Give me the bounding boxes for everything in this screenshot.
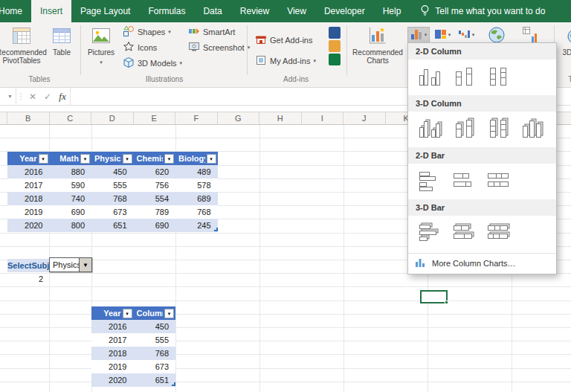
cell[interactable]: 2020 <box>7 219 50 232</box>
cell[interactable]: 555 <box>91 179 134 192</box>
combobox-dropdown-button[interactable]: ▼ <box>79 258 91 271</box>
screenshot-button[interactable]: Screenshot ▾ <box>186 40 252 55</box>
chart-type-stacked-100-column-3d-icon[interactable] <box>484 117 512 141</box>
cell[interactable]: 555 <box>134 333 176 347</box>
name-box[interactable]: ▼ <box>0 88 16 105</box>
column-header-D[interactable]: D <box>91 112 134 124</box>
cell[interactable]: 690 <box>50 205 92 219</box>
insert-waterfall-chart-button[interactable]: ▾ <box>455 27 477 43</box>
insert-function-button[interactable]: fx <box>55 88 70 105</box>
filter-button[interactable]: ▾ <box>123 309 132 318</box>
column-header-F[interactable]: F <box>175 112 218 124</box>
cell[interactable]: 800 <box>50 219 92 232</box>
cell[interactable]: 2018 <box>7 192 50 205</box>
fill-handle[interactable] <box>445 301 448 304</box>
column-header-G[interactable]: G <box>218 112 260 124</box>
cell[interactable]: 245 <box>175 219 218 232</box>
chart-type-clustered-column-icon[interactable] <box>416 65 444 89</box>
column-header-B[interactable]: B <box>7 112 50 124</box>
cell[interactable]: 651 <box>134 373 176 387</box>
cell[interactable]: 2019 <box>91 360 134 373</box>
chart-type-stacked-bar-icon[interactable] <box>450 169 478 193</box>
column-header-H[interactable]: H <box>259 112 302 124</box>
cell[interactable]: 756 <box>134 179 176 192</box>
icons-button[interactable]: Icons <box>120 40 159 55</box>
recent-addin-icon[interactable] <box>329 40 341 52</box>
enter-button[interactable]: ✓ <box>40 88 55 105</box>
shapes-button[interactable]: Shapes ▾ <box>120 25 173 39</box>
tab-developer[interactable]: Developer <box>315 0 374 22</box>
tab-data[interactable]: Data <box>194 0 230 22</box>
cell[interactable]: 690 <box>134 219 176 232</box>
get-addins-button[interactable]: Get Add-ins <box>253 33 314 48</box>
subject-combobox[interactable]: Physics ▼ <box>49 257 92 272</box>
cell[interactable]: 651 <box>91 219 134 232</box>
pictures-button[interactable]: Pictures ▾ <box>83 24 119 74</box>
insert-column-chart-button[interactable]: ▾ <box>407 27 430 43</box>
cell[interactable]: 740 <box>50 192 92 205</box>
cell[interactable]: 673 <box>134 360 176 373</box>
index-value-cell[interactable]: 2 <box>7 272 50 286</box>
filter-button[interactable]: ▾ <box>80 154 90 164</box>
chart-type-stacked-bar-3d-icon[interactable] <box>450 221 478 245</box>
cell[interactable]: 789 <box>134 205 176 219</box>
filter-button[interactable]: ▾ <box>164 309 174 318</box>
cell[interactable]: 2019 <box>7 205 50 219</box>
cell[interactable]: 768 <box>175 205 218 219</box>
column-header-I[interactable]: I <box>302 112 344 124</box>
tab-page-layout[interactable]: Page Layout <box>71 0 139 22</box>
cell[interactable]: 2018 <box>91 347 134 360</box>
recommended-charts-button[interactable]: Recommended Charts <box>349 24 406 74</box>
chart-type-clustered-bar-icon[interactable] <box>416 169 444 193</box>
chart-type-stacked-100-column-icon[interactable] <box>484 65 512 89</box>
cell[interactable]: 2016 <box>7 165 50 179</box>
insert-hierarchy-chart-button[interactable]: ▾ <box>431 27 454 43</box>
tab-formulas[interactable]: Formulas <box>139 0 194 22</box>
filter-button[interactable]: ▾ <box>123 154 132 164</box>
filter-button[interactable]: ▾ <box>164 154 174 164</box>
cell[interactable]: 620 <box>134 165 176 179</box>
cell[interactable]: 880 <box>50 165 92 179</box>
cell[interactable]: 2017 <box>7 179 50 192</box>
column-header-E[interactable]: E <box>134 112 176 124</box>
tab-home[interactable]: Home <box>0 0 31 22</box>
chart-type-stacked-column-3d-icon[interactable] <box>450 117 478 141</box>
cell[interactable]: 768 <box>134 347 176 360</box>
cell[interactable]: 768 <box>91 192 134 205</box>
recommended-pivottables-button[interactable]: Recommended PivotTables <box>0 24 45 74</box>
chart-type-column-3d-icon[interactable] <box>518 117 546 141</box>
cell[interactable]: 2017 <box>91 333 134 347</box>
cell[interactable]: 2016 <box>91 320 134 333</box>
smartart-button[interactable]: SmartArt <box>186 25 237 39</box>
more-column-charts-item[interactable]: More Column Charts… <box>408 253 556 272</box>
cell[interactable]: 450 <box>134 320 176 333</box>
cell[interactable]: 489 <box>175 165 218 179</box>
tab-view[interactable]: View <box>278 0 315 22</box>
3d-models-button[interactable]: 3D Models ▾ <box>120 56 184 71</box>
table-resize-handle[interactable] <box>172 382 175 386</box>
chart-type-clustered-bar-3d-icon[interactable] <box>416 221 444 245</box>
tab-help[interactable]: Help <box>374 0 410 22</box>
table-button[interactable]: Table <box>45 24 79 74</box>
column-header-C[interactable]: C <box>50 112 92 124</box>
chart-type-stacked-100-bar-icon[interactable] <box>484 169 512 193</box>
3d-map-button[interactable]: 3D Map ▾ <box>557 24 571 74</box>
recent-addin-icon[interactable] <box>329 27 341 39</box>
tab-insert[interactable]: Insert <box>31 0 71 22</box>
table-resize-handle[interactable] <box>214 228 218 231</box>
cell[interactable]: 554 <box>134 192 176 205</box>
cell[interactable]: 689 <box>175 192 218 205</box>
formula-bar-splitter[interactable]: ⋮ <box>16 92 25 100</box>
filter-button[interactable]: ▾ <box>39 154 48 164</box>
cell[interactable]: 590 <box>50 179 92 192</box>
cell[interactable]: 2020 <box>91 373 134 387</box>
filter-button[interactable]: ▾ <box>207 154 216 164</box>
tell-me-box[interactable]: Tell me what you want to do <box>420 0 545 22</box>
my-addins-button[interactable]: My Add-ins ▾ <box>253 54 318 68</box>
tab-review[interactable]: Review <box>231 0 278 22</box>
cell[interactable]: 578 <box>175 179 218 192</box>
chart-type-stacked-100-bar-3d-icon[interactable] <box>484 221 512 245</box>
column-header-J[interactable]: J <box>343 112 386 124</box>
selected-cell[interactable] <box>420 290 448 303</box>
chart-type-clustered-column-3d-icon[interactable] <box>416 117 444 141</box>
